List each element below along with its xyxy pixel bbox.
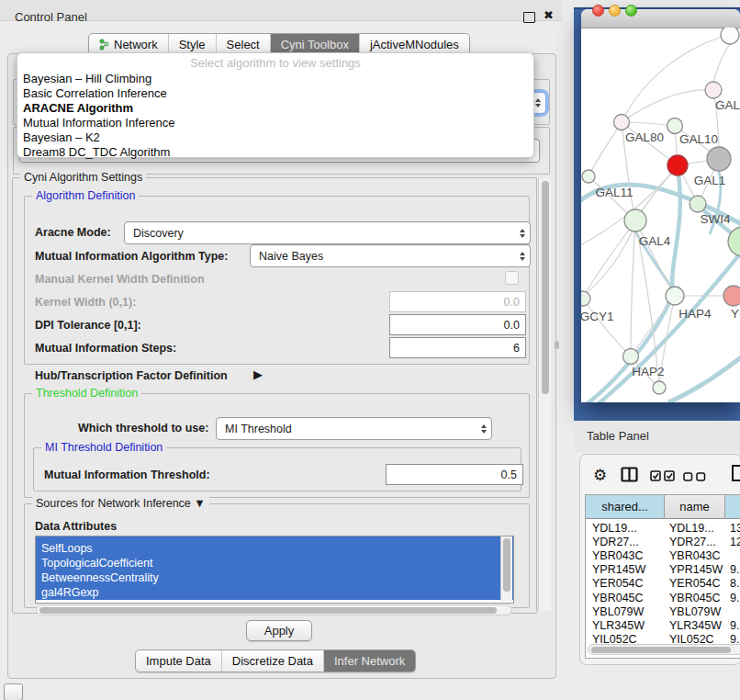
sources-legend-text: Sources for Network Inference ▼: [32, 497, 209, 510]
mi-type-value: Naive Bayes: [259, 250, 323, 263]
mi-type-label: Mutual Information Algorithm Type:: [35, 250, 228, 263]
cell: 13: [724, 522, 740, 535]
column-header-name[interactable]: name: [665, 495, 725, 519]
kernel-width-input[interactable]: 0.0: [389, 291, 526, 312]
aracne-mode-combo[interactable]: Discovery: [124, 221, 531, 244]
table-hscrollbar[interactable]: [588, 644, 740, 655]
algorithm-option[interactable]: Bayesian – Hill Climbing: [17, 72, 533, 86]
gear-icon[interactable]: ⚙: [593, 466, 607, 485]
network-node-hap4[interactable]: [666, 287, 684, 305]
node-label: SWI4: [700, 212, 730, 226]
splitter-handle[interactable]: [555, 341, 559, 349]
column-header-shared-name[interactable]: shared...: [586, 495, 665, 519]
node-table: shared... name YDL19...YDL19...13 YDR27.…: [585, 494, 740, 659]
hub-expand-icon[interactable]: ▶: [253, 367, 263, 381]
list-item[interactable]: SelfLoops: [36, 541, 513, 556]
network-node-salmon[interactable]: [723, 286, 740, 306]
cell: YPR145W: [664, 563, 724, 576]
network-canvas[interactable]: GAL7 GAL80 GAL10 GAL1 GAL11 SWI4 GAL4 HA…: [581, 28, 740, 402]
select-all-icon[interactable]: [650, 470, 676, 481]
dock-corner-button[interactable]: [4, 683, 23, 700]
list-scrollbar[interactable]: [500, 536, 512, 601]
list-hscrollbar[interactable]: [36, 604, 512, 615]
table-row[interactable]: YER054CYER054C8.: [586, 577, 740, 591]
network-node-gal80[interactable]: [614, 115, 630, 130]
algorithm-option-selected[interactable]: ARACNE Algorithm: [17, 101, 533, 116]
threshold-definition-legend: Threshold Definition: [32, 387, 141, 400]
apply-button[interactable]: Apply: [246, 620, 312, 641]
tab-label: jActiveMNodules: [370, 38, 459, 51]
settings-scrollbar-thumb[interactable]: [542, 181, 549, 394]
file-icon[interactable]: [731, 464, 740, 482]
which-threshold-combo[interactable]: MI Threshold: [216, 417, 492, 440]
deselect-all-icon[interactable]: [683, 472, 707, 481]
algorithm-option[interactable]: Bayesian – K2: [17, 130, 533, 145]
network-node-gal10[interactable]: [667, 119, 683, 134]
network-window-titlebar[interactable]: [581, 9, 740, 28]
list-item[interactable]: gal4RGexp: [36, 585, 513, 600]
network-node[interactable]: [653, 381, 666, 394]
data-attributes-list[interactable]: SelfLoops TopologicalCoefficient Between…: [35, 536, 514, 604]
list-scrollbar-thumb[interactable]: [503, 538, 510, 592]
close-window-icon[interactable]: [592, 5, 604, 17]
algorithm-option[interactable]: Dream8 DC_TDC Algorithm: [17, 145, 533, 160]
mi-threshold-label: Mutual Information Threshold:: [44, 469, 210, 481]
kernel-width-label: Kernel Width (0,1):: [35, 296, 136, 309]
table-panel-title: Table Panel: [587, 429, 649, 443]
cell: YBR043C: [586, 549, 664, 562]
tab-label: Discretize Data: [232, 654, 313, 668]
network-node-gal4[interactable]: [624, 209, 646, 231]
network-node-gray[interactable]: [707, 147, 731, 171]
table-row[interactable]: YDR27...YDR27...12: [586, 535, 740, 548]
network-node-gal11[interactable]: [582, 170, 595, 183]
tab-label: Style: [179, 38, 206, 51]
mi-steps-value: 6: [513, 342, 520, 355]
algorithm-option[interactable]: Basic Correlation Inference: [17, 86, 533, 101]
float-panel-icon[interactable]: [523, 12, 535, 23]
algorithm-option[interactable]: Mutual Information Inference: [17, 116, 533, 130]
mi-type-combo[interactable]: Naive Bayes: [250, 244, 531, 267]
bottom-tabbar: Impute Data Discretize Data Infer Networ…: [135, 649, 416, 672]
which-threshold-label: Which threshold to use:: [78, 422, 208, 435]
kernel-width-value: 0.0: [504, 296, 520, 309]
control-panel-title: Control Panel: [15, 10, 87, 24]
table-row[interactable]: YBR043CYBR043C: [586, 548, 740, 562]
algorithm-definition-legend: Algorithm Definition: [32, 189, 139, 202]
column-header-clipped[interactable]: [725, 495, 740, 519]
table-row[interactable]: YBL079WYBL079W: [586, 604, 740, 618]
network-node-hap2[interactable]: [623, 349, 639, 365]
mi-steps-input[interactable]: 6: [389, 337, 526, 358]
minimize-window-icon[interactable]: [609, 5, 621, 17]
split-columns-icon[interactable]: [621, 467, 638, 482]
network-node[interactable]: [721, 28, 739, 44]
tab-infer-network[interactable]: Infer Network: [323, 650, 415, 672]
zoom-window-icon[interactable]: [625, 5, 637, 17]
mi-threshold-input[interactable]: 0.5: [386, 464, 523, 485]
list-item[interactable]: BetweennessCentrality: [36, 570, 513, 585]
list-item[interactable]: TopologicalCoefficient: [36, 556, 513, 570]
close-panel-icon[interactable]: ✖: [544, 8, 554, 22]
tab-impute-data[interactable]: Impute Data: [136, 650, 221, 672]
network-node-selected-red[interactable]: [667, 155, 688, 175]
network-node-gal7[interactable]: [705, 82, 722, 98]
table-row[interactable]: YPR145WYPR145W9.: [586, 563, 740, 577]
table-row[interactable]: YLR345WYLR345W9.: [586, 618, 740, 632]
cell: 9.: [724, 563, 739, 576]
network-tab-icon: [99, 39, 109, 51]
dpi-tolerance-input[interactable]: 0.0: [389, 314, 526, 335]
table-hscrollbar-thumb[interactable]: [591, 647, 731, 653]
sources-collapse-icon[interactable]: ▼: [194, 497, 205, 510]
table-row[interactable]: YBR045CYBR045C9.: [586, 591, 740, 604]
list-hscrollbar-thumb[interactable]: [39, 607, 497, 614]
settings-scrollbar[interactable]: [538, 178, 551, 611]
network-node-gcy1[interactable]: [581, 291, 590, 306]
manual-kernel-label: Manual Kernel Width Definition: [35, 273, 205, 286]
tab-discretize-data[interactable]: Discretize Data: [221, 650, 323, 672]
dpi-tolerance-value: 0.0: [504, 319, 520, 332]
mi-threshold-legend: MI Threshold Definition: [41, 441, 166, 454]
manual-kernel-checkbox[interactable]: [505, 271, 519, 285]
cell: YDL19...: [664, 522, 724, 535]
table-row[interactable]: YDL19...YDL19...13: [586, 521, 740, 535]
network-node-swi4[interactable]: [690, 196, 706, 212]
sources-legend: Sources for Network Inference: [36, 497, 191, 510]
